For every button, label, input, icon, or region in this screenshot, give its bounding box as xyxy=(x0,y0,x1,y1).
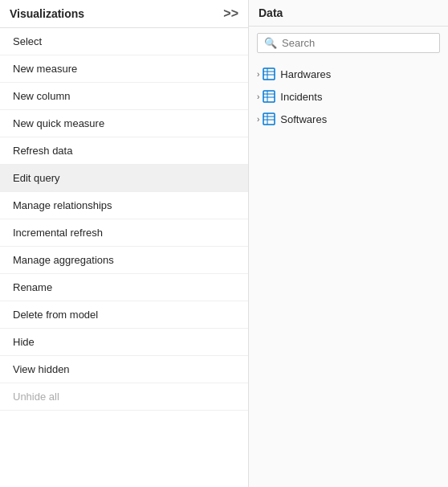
menu-list: SelectNew measureNew columnNew quick mea… xyxy=(0,28,248,487)
menu-item-delete-from-model[interactable]: Delete from model xyxy=(0,301,248,329)
right-header: Data xyxy=(249,0,448,27)
menu-item-new-column[interactable]: New column xyxy=(0,83,248,110)
table-icon xyxy=(263,68,275,80)
search-input[interactable] xyxy=(282,37,433,49)
data-item-incidents[interactable]: › Incidents xyxy=(249,85,448,108)
right-panel: Data 🔍 › Hardwares› Incidents› Softwares xyxy=(249,0,448,487)
menu-item-edit-query[interactable]: Edit query xyxy=(0,165,248,192)
menu-item-hide[interactable]: Hide xyxy=(0,329,248,356)
menu-item-incremental-refresh[interactable]: Incremental refresh xyxy=(0,219,248,247)
data-item-hardwares[interactable]: › Hardwares xyxy=(249,63,448,85)
menu-item-select[interactable]: Select xyxy=(0,28,248,55)
chevron-right-icon: › xyxy=(257,115,259,124)
menu-item-rename[interactable]: Rename xyxy=(0,274,248,301)
svg-rect-0 xyxy=(263,68,275,80)
left-header: Visualizations >> xyxy=(0,0,248,28)
menu-item-unhide-all: Unhide all xyxy=(0,383,248,411)
table-icon xyxy=(263,113,275,125)
data-list: › Hardwares› Incidents› Softwares xyxy=(249,59,448,133)
menu-item-new-quick-measure[interactable]: New quick measure xyxy=(0,110,248,137)
svg-rect-8 xyxy=(263,113,275,125)
chevron-right-icon: › xyxy=(257,70,259,79)
visualizations-title: Visualizations xyxy=(10,7,84,20)
menu-item-view-hidden[interactable]: View hidden xyxy=(0,356,248,383)
menu-item-manage-aggregations[interactable]: Manage aggregations xyxy=(0,247,248,274)
data-title: Data xyxy=(259,6,283,19)
data-item-softwares[interactable]: › Softwares xyxy=(249,108,448,130)
search-icon: 🔍 xyxy=(264,37,277,49)
chevron-right-icon: › xyxy=(257,92,259,101)
data-item-label: Softwares xyxy=(280,113,327,125)
left-panel: Visualizations >> SelectNew measureNew c… xyxy=(0,0,249,487)
svg-rect-4 xyxy=(263,91,275,102)
data-item-label: Hardwares xyxy=(280,68,331,80)
data-item-label: Incidents xyxy=(280,91,322,103)
expand-button[interactable]: >> xyxy=(223,6,238,21)
menu-item-manage-relationships[interactable]: Manage relationships xyxy=(0,192,248,219)
search-box[interactable]: 🔍 xyxy=(257,33,440,53)
menu-item-refresh-data[interactable]: Refresh data xyxy=(0,137,248,165)
menu-item-new-measure[interactable]: New measure xyxy=(0,55,248,83)
table-icon xyxy=(263,90,275,103)
